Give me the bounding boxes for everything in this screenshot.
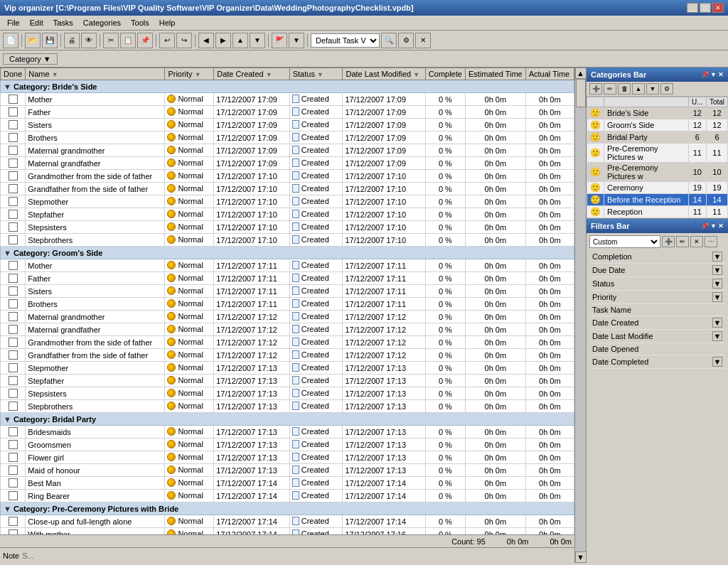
table-row[interactable]: Sisters Normal 17/12/2007 17:09 Created …: [1, 119, 574, 131]
up-btn[interactable]: ▲: [232, 33, 248, 48]
category-table-row[interactable]: 🙂 Bride's Side 12 12: [587, 107, 728, 119]
filter-item[interactable]: Priority ▼: [589, 291, 725, 304]
menu-categories[interactable]: Categories: [79, 17, 125, 28]
done-checkbox[interactable]: [9, 184, 18, 193]
filter-item[interactable]: Completion ▼: [589, 250, 725, 264]
done-cell[interactable]: [1, 298, 26, 311]
done-cell[interactable]: [1, 426, 26, 438]
done-checkbox[interactable]: [9, 158, 18, 168]
cat-pin-icon[interactable]: 📌: [701, 71, 709, 78]
filter-item-dropdown[interactable]: ▼: [712, 252, 722, 262]
filter-btn-2[interactable]: ⚙: [398, 33, 414, 48]
scroll-thumb[interactable]: [576, 79, 586, 107]
done-cell[interactable]: [1, 477, 26, 490]
done-checkbox[interactable]: [9, 197, 18, 206]
filter-close-icon[interactable]: ✕: [718, 222, 724, 230]
header-date-modified[interactable]: Date Last Modified ▼: [343, 68, 425, 80]
done-cell[interactable]: [1, 234, 26, 247]
right-btn[interactable]: ▶: [215, 33, 231, 48]
table-row[interactable]: With mother Normal 17/12/2007 17:14 Crea…: [1, 528, 574, 535]
done-checkbox[interactable]: [9, 478, 18, 488]
filter-item-dropdown[interactable]: ▼: [712, 265, 722, 275]
cat-menu-icon[interactable]: ▼: [710, 71, 717, 78]
cat-close-icon[interactable]: ✕: [718, 71, 724, 78]
category-table-row[interactable]: 🙂 Reception 11 11: [587, 206, 728, 218]
table-row[interactable]: Stepmother Normal 17/12/2007 17:13 Creat…: [1, 362, 574, 375]
table-row[interactable]: Stepfather Normal 17/12/2007 17:13 Creat…: [1, 375, 574, 387]
table-row[interactable]: Stepsisters Normal 17/12/2007 17:10 Crea…: [1, 221, 574, 234]
category-table-row[interactable]: 🙂 Pre-Ceremony Pictures w 11 11: [587, 144, 728, 163]
done-cell[interactable]: [1, 311, 26, 323]
done-checkbox[interactable]: [9, 466, 18, 475]
done-cell[interactable]: [1, 400, 26, 413]
cat-settings-button[interactable]: ⚙: [660, 83, 673, 95]
filter-item-dropdown[interactable]: ▼: [712, 292, 722, 302]
scroll-up-button[interactable]: ▲: [575, 68, 587, 79]
done-cell[interactable]: [1, 221, 26, 234]
cat-add-button[interactable]: ➕: [589, 83, 602, 95]
left-btn[interactable]: ◀: [198, 33, 214, 48]
done-cell[interactable]: [1, 438, 26, 451]
filter-item[interactable]: Date Opened: [589, 343, 725, 355]
table-row[interactable]: Stepsisters Normal 17/12/2007 17:13 Crea…: [1, 387, 574, 400]
filter-item-dropdown[interactable]: ▼: [712, 318, 722, 328]
done-cell[interactable]: [1, 528, 26, 535]
table-row[interactable]: Grandfather from the side of father Norm…: [1, 349, 574, 362]
preview-button[interactable]: 👁: [81, 33, 97, 48]
filter-item[interactable]: Date Completed ▼: [589, 355, 725, 369]
done-cell[interactable]: [1, 451, 26, 464]
table-row[interactable]: Stepfather Normal 17/12/2007 17:10 Creat…: [1, 208, 574, 221]
done-checkbox[interactable]: [9, 210, 18, 219]
done-checkbox[interactable]: [9, 274, 18, 283]
table-row[interactable]: Maid of honour Normal 17/12/2007 17:13 C…: [1, 464, 574, 477]
done-checkbox[interactable]: [9, 261, 18, 270]
done-cell[interactable]: [1, 119, 26, 131]
done-checkbox[interactable]: [9, 376, 18, 385]
table-row[interactable]: Ring Bearer Normal 17/12/2007 17:14 Crea…: [1, 490, 574, 502]
copy-button[interactable]: 📋: [120, 33, 136, 48]
new-button[interactable]: 📄: [3, 33, 18, 48]
table-row[interactable]: Brothers Normal 17/12/2007 17:09 Created…: [1, 131, 574, 144]
done-cell[interactable]: [1, 93, 26, 106]
done-cell[interactable]: [1, 464, 26, 477]
filter-menu-icon[interactable]: ▼: [710, 222, 717, 230]
table-row[interactable]: Maternal grandfather Normal 17/12/2007 1…: [1, 323, 574, 336]
done-cell[interactable]: [1, 272, 26, 285]
header-done[interactable]: Done: [1, 68, 26, 80]
cat-delete-button[interactable]: 🗑: [618, 83, 631, 95]
filter-pin-icon[interactable]: 📌: [701, 222, 709, 230]
done-checkbox[interactable]: [9, 453, 18, 462]
table-row[interactable]: Bridesmaids Normal 17/12/2007 17:13 Crea…: [1, 426, 574, 438]
category-table-row[interactable]: 🙂 Groom's Side 12 12: [587, 119, 728, 131]
header-priority[interactable]: Priority ▼: [165, 68, 214, 80]
table-row[interactable]: Stepmother Normal 17/12/2007 17:10 Creat…: [1, 195, 574, 208]
filter-edit-button[interactable]: ✏: [676, 236, 689, 247]
category-row[interactable]: ▼ Category: Bride's Side: [1, 80, 574, 93]
filter-item[interactable]: Due Date ▼: [589, 264, 725, 277]
done-cell[interactable]: [1, 106, 26, 119]
filter-item[interactable]: Task Name: [589, 304, 725, 316]
done-checkbox[interactable]: [9, 440, 18, 449]
maximize-button[interactable]: □: [700, 3, 711, 13]
done-cell[interactable]: [1, 259, 26, 272]
cat-edit-button[interactable]: ✏: [604, 83, 616, 95]
menu-file[interactable]: File: [3, 17, 24, 28]
done-cell[interactable]: [1, 157, 26, 170]
done-cell[interactable]: [1, 195, 26, 208]
done-cell[interactable]: [1, 285, 26, 298]
task-filter-dropdown[interactable]: Default Task V: [311, 33, 380, 48]
flag-dropdown[interactable]: ▼: [289, 33, 304, 48]
done-checkbox[interactable]: [9, 389, 18, 398]
table-row[interactable]: Maternal grandmother Normal 17/12/2007 1…: [1, 311, 574, 323]
table-row[interactable]: Grandmother from the side of father Norm…: [1, 336, 574, 349]
header-status[interactable]: Status ▼: [289, 68, 343, 80]
undo-button[interactable]: ↩: [159, 33, 175, 48]
filter-btn-3[interactable]: ✕: [415, 33, 431, 48]
done-checkbox[interactable]: [9, 107, 18, 117]
flag-button[interactable]: 🚩: [272, 33, 287, 48]
done-checkbox[interactable]: [9, 120, 18, 129]
paste-button[interactable]: 📌: [137, 33, 153, 48]
filter-item[interactable]: Date Last Modifie ▼: [589, 330, 725, 343]
done-checkbox[interactable]: [9, 235, 18, 244]
table-row[interactable]: Stepbrothers Normal 17/12/2007 17:13 Cre…: [1, 400, 574, 413]
